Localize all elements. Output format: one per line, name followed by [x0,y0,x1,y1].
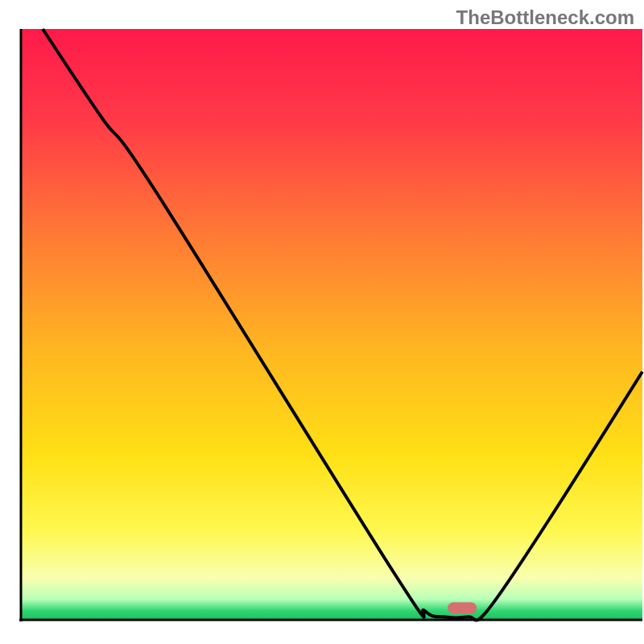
plot-background [21,29,642,620]
chart-svg [0,0,644,644]
watermark-text: TheBottleneck.com [456,6,634,29]
chart-container: TheBottleneck.com [0,0,644,644]
optimum-marker [448,602,477,613]
